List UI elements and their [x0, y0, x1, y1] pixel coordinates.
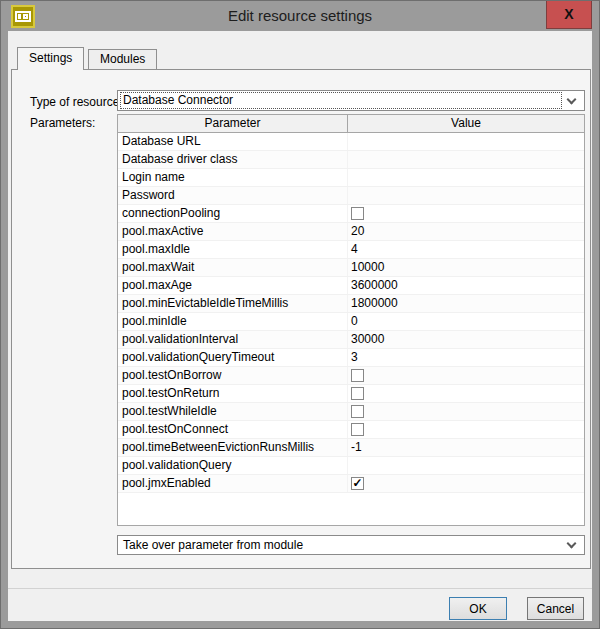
checkbox-checked[interactable]: ✓	[351, 477, 364, 490]
table-row[interactable]: pool.testOnConnect	[118, 421, 584, 439]
parameter-cell: pool.maxAge	[118, 277, 348, 294]
table-row[interactable]: pool.validationQueryTimeout3	[118, 349, 584, 367]
type-of-resource-select[interactable]: Database Connector	[117, 90, 585, 111]
window-glyph-icon	[15, 11, 31, 22]
value-cell[interactable]: 3600000	[348, 277, 584, 294]
value-cell[interactable]	[348, 385, 584, 402]
table-row[interactable]: connectionPooling	[118, 205, 584, 223]
table-row[interactable]: Database URL	[118, 133, 584, 151]
dialog-title: Edit resource settings	[61, 1, 539, 30]
table-row[interactable]: pool.maxWait10000	[118, 259, 584, 277]
checkbox-unchecked[interactable]	[351, 207, 364, 220]
parameters-table: Parameter Value Database URLDatabase dri…	[117, 114, 585, 526]
tab-settings[interactable]: Settings	[17, 47, 84, 70]
parameter-cell: Login name	[118, 169, 348, 186]
table-row[interactable]: pool.maxActive20	[118, 223, 584, 241]
table-body: Database URLDatabase driver classLogin n…	[118, 133, 584, 493]
table-row[interactable]: pool.minIdle0	[118, 313, 584, 331]
checkbox-unchecked[interactable]	[351, 387, 364, 400]
value-cell[interactable]	[348, 457, 584, 474]
table-row[interactable]: pool.jmxEnabled✓	[118, 475, 584, 493]
titlebar[interactable]: Edit resource settings X	[1, 1, 599, 31]
edit-resource-settings-dialog: Edit resource settings X Settings Module…	[0, 0, 600, 629]
footer-separator	[8, 588, 592, 589]
chevron-down-icon	[567, 95, 577, 105]
table-row[interactable]: pool.maxIdle4	[118, 241, 584, 259]
value-cell[interactable]	[348, 169, 584, 186]
type-of-resource-value: Database Connector	[120, 92, 562, 109]
parameter-cell: pool.testOnReturn	[118, 385, 348, 402]
value-cell[interactable]: 3	[348, 349, 584, 366]
close-icon: X	[564, 6, 573, 22]
chevron-down-icon	[567, 539, 577, 549]
value-cell[interactable]: -1	[348, 439, 584, 456]
module-parameter-select[interactable]: Take over parameter from module	[117, 535, 585, 555]
parameter-cell: pool.validationQueryTimeout	[118, 349, 348, 366]
value-cell[interactable]	[348, 421, 584, 438]
value-cell[interactable]	[348, 133, 584, 150]
table-header: Parameter Value	[118, 115, 584, 133]
checkbox-unchecked[interactable]	[351, 369, 364, 382]
parameter-cell: pool.validationInterval	[118, 331, 348, 348]
app-icon	[11, 5, 35, 28]
table-row[interactable]: Database driver class	[118, 151, 584, 169]
parameter-cell: connectionPooling	[118, 205, 348, 222]
value-cell[interactable]	[348, 187, 584, 204]
dialog-body: Settings Modules Type of resource: Datab…	[8, 31, 592, 621]
value-cell[interactable]: 30000	[348, 331, 584, 348]
parameter-cell: pool.timeBetweenEvictionRunsMillis	[118, 439, 348, 456]
value-cell[interactable]	[348, 403, 584, 420]
module-parameter-value: Take over parameter from module	[120, 537, 562, 553]
value-cell[interactable]	[348, 367, 584, 384]
parameter-cell: pool.maxActive	[118, 223, 348, 240]
parameter-cell: Password	[118, 187, 348, 204]
parameter-cell: pool.testWhileIdle	[118, 403, 348, 420]
ok-button[interactable]: OK	[449, 597, 507, 620]
table-row[interactable]: pool.validationInterval30000	[118, 331, 584, 349]
parameter-cell: pool.jmxEnabled	[118, 475, 348, 492]
checkbox-unchecked[interactable]	[351, 423, 364, 436]
parameter-cell: pool.minEvictableIdleTimeMillis	[118, 295, 348, 312]
value-cell[interactable]	[348, 205, 584, 222]
checkbox-unchecked[interactable]	[351, 405, 364, 418]
table-row[interactable]: pool.maxAge3600000	[118, 277, 584, 295]
value-cell[interactable]: 10000	[348, 259, 584, 276]
value-cell[interactable]: 0	[348, 313, 584, 330]
value-cell[interactable]: 1800000	[348, 295, 584, 312]
parameter-cell: pool.testOnBorrow	[118, 367, 348, 384]
table-row[interactable]: pool.testWhileIdle	[118, 403, 584, 421]
parameter-cell: pool.testOnConnect	[118, 421, 348, 438]
parameter-cell: pool.maxIdle	[118, 241, 348, 258]
table-row[interactable]: Password	[118, 187, 584, 205]
parameter-cell: pool.minIdle	[118, 313, 348, 330]
value-cell[interactable]: 4	[348, 241, 584, 258]
table-row[interactable]: pool.validationQuery	[118, 457, 584, 475]
parameter-cell: pool.validationQuery	[118, 457, 348, 474]
close-button[interactable]: X	[546, 1, 592, 29]
type-of-resource-label: Type of resource:	[30, 95, 123, 109]
tab-modules[interactable]: Modules	[88, 49, 157, 69]
parameters-label: Parameters:	[30, 116, 95, 130]
table-row[interactable]: Login name	[118, 169, 584, 187]
column-header-value[interactable]: Value	[348, 115, 584, 132]
parameter-cell: pool.maxWait	[118, 259, 348, 276]
value-cell[interactable]: ✓	[348, 475, 584, 492]
table-row[interactable]: pool.testOnBorrow	[118, 367, 584, 385]
parameter-cell: Database URL	[118, 133, 348, 150]
value-cell[interactable]: 20	[348, 223, 584, 240]
table-row[interactable]: pool.testOnReturn	[118, 385, 584, 403]
parameter-cell: Database driver class	[118, 151, 348, 168]
value-cell[interactable]	[348, 151, 584, 168]
cancel-button[interactable]: Cancel	[527, 597, 584, 620]
table-row[interactable]: pool.minEvictableIdleTimeMillis1800000	[118, 295, 584, 313]
table-row[interactable]: pool.timeBetweenEvictionRunsMillis-1	[118, 439, 584, 457]
column-header-parameter[interactable]: Parameter	[118, 115, 348, 132]
settings-tab-panel: Type of resource: Database Connector Par…	[11, 69, 591, 569]
